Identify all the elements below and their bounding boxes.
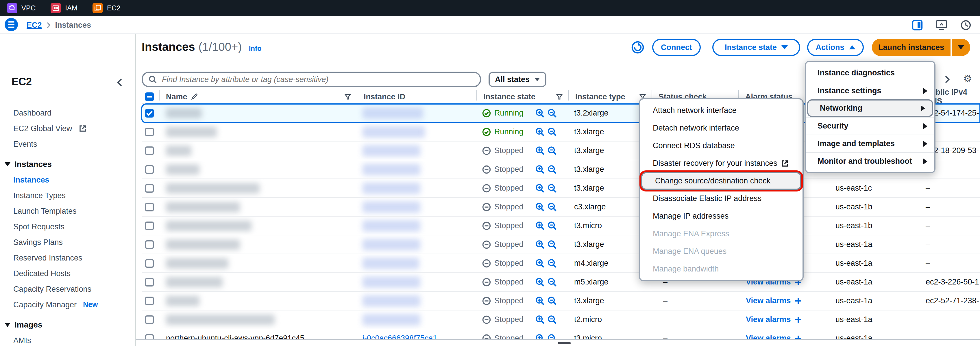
settings-gear-icon[interactable]: ⚙ (963, 73, 972, 84)
edit-name-icon[interactable] (191, 93, 198, 100)
zoom-out-icon[interactable] (547, 259, 557, 268)
redacted-instance-id-link[interactable] (363, 145, 420, 157)
sidebar-item-instances[interactable]: Instances (0, 172, 135, 188)
zoom-out-icon[interactable] (547, 315, 557, 324)
next-page-chevron-icon[interactable] (945, 75, 950, 86)
launch-instances-dropdown[interactable] (950, 39, 970, 56)
zoom-out-icon[interactable] (547, 146, 557, 156)
refresh-button[interactable] (632, 41, 644, 54)
row-checkbox-checked[interactable] (145, 109, 154, 117)
row-checkbox[interactable] (145, 259, 154, 268)
row-checkbox[interactable] (145, 315, 154, 324)
launch-instances-label[interactable]: Launch instances (872, 39, 950, 56)
submenu-item-connect-rds-database[interactable]: Connect RDS database (640, 137, 802, 154)
sidebar-item-spot-requests[interactable]: Spot Requests (0, 219, 135, 235)
sidebar-item-reserved-instances[interactable]: Reserved Instances (0, 250, 135, 266)
redacted-instance-id-link[interactable] (363, 276, 420, 288)
zoom-in-icon[interactable] (535, 146, 545, 156)
sidebar-item-savings-plans[interactable]: Savings Plans (0, 235, 135, 250)
sidebar-item-instance-types[interactable]: Instance Types (0, 188, 135, 203)
zoom-out-icon[interactable] (547, 109, 557, 118)
zoom-in-icon[interactable] (535, 184, 545, 193)
zoom-in-icon[interactable] (535, 259, 545, 268)
state-filter-select[interactable]: All states (488, 71, 546, 87)
actions-menu-item-instance-diagnostics[interactable]: Instance diagnostics (806, 64, 934, 82)
actions-menu-item-image-and-templates[interactable]: Image and templates (806, 135, 934, 152)
sidebar-item-events[interactable]: Events (0, 136, 135, 152)
info-link[interactable]: Info (249, 44, 262, 52)
zoom-out-icon[interactable] (547, 221, 557, 230)
sidebar-item-launch-templates[interactable]: Launch Templates (0, 203, 135, 219)
zoom-out-icon[interactable] (547, 184, 557, 193)
zoom-out-icon[interactable] (547, 127, 557, 136)
row-checkbox[interactable] (145, 203, 154, 211)
zoom-out-icon[interactable] (547, 202, 557, 212)
column-header-instance-id[interactable]: Instance ID (357, 88, 476, 106)
sidebar-section-images[interactable]: Images (0, 317, 135, 333)
service-shortcut-ec2[interactable]: EC2 (92, 3, 121, 13)
sidebar-item-capacity-reservations[interactable]: Capacity Reservations (0, 281, 135, 297)
sidebar-item-ec2-global-view[interactable]: EC2 Global View (0, 121, 135, 136)
zoom-in-icon[interactable] (535, 127, 545, 136)
history-clock-icon[interactable] (960, 19, 972, 31)
redacted-instance-id-link[interactable] (363, 295, 420, 307)
actions-menu-item-instance-settings[interactable]: Instance settings (806, 82, 934, 99)
new-badge[interactable]: New (83, 300, 98, 309)
row-checkbox[interactable] (145, 278, 154, 287)
sidebar-collapse-icon[interactable] (117, 78, 123, 89)
zoom-out-icon[interactable] (547, 165, 557, 174)
redacted-instance-id-link[interactable] (363, 164, 420, 175)
redacted-instance-id-link[interactable] (363, 183, 420, 194)
row-checkbox[interactable] (145, 146, 154, 155)
row-checkbox[interactable] (145, 222, 154, 230)
instance-state-button[interactable]: Instance state (712, 39, 800, 56)
view-alarms-link[interactable]: View alarms (746, 315, 801, 324)
zoom-out-icon[interactable] (547, 296, 557, 306)
zoom-in-icon[interactable] (535, 109, 545, 118)
redacted-instance-id-link[interactable] (363, 314, 420, 325)
sidebar-item-amis[interactable]: AMIs (0, 333, 135, 346)
row-checkbox[interactable] (145, 128, 154, 136)
connect-button[interactable]: Connect (652, 39, 701, 56)
row-checkbox[interactable] (145, 184, 154, 193)
side-panel-icon[interactable] (911, 19, 923, 31)
row-checkbox[interactable] (145, 165, 154, 174)
redacted-instance-id-link[interactable] (363, 201, 420, 213)
submenu-item-detach-network-interface[interactable]: Detach network interface (640, 119, 802, 137)
zoom-in-icon[interactable] (535, 278, 545, 287)
menu-hamburger-icon[interactable] (5, 18, 18, 31)
submenu-item-disaster-recovery-for-your-instances[interactable]: Disaster recovery for your instances (640, 154, 802, 172)
search-input[interactable] (161, 75, 474, 85)
view-alarms-link[interactable]: View alarms (746, 296, 801, 305)
zoom-out-icon[interactable] (547, 240, 557, 249)
actions-button[interactable]: Actions (807, 39, 864, 56)
zoom-in-icon[interactable] (535, 296, 545, 306)
sidebar-item-dedicated-hosts[interactable]: Dedicated Hosts (0, 266, 135, 281)
zoom-in-icon[interactable] (535, 240, 545, 249)
redacted-instance-id-link[interactable] (363, 108, 423, 119)
launch-instances-button[interactable]: Launch instances (872, 39, 970, 56)
add-alarm-plus-icon[interactable] (795, 317, 801, 323)
sidebar-section-instances[interactable]: Instances (0, 157, 135, 172)
redacted-instance-id-link[interactable] (363, 220, 420, 232)
scrollbar-thumb[interactable] (558, 342, 571, 344)
submenu-item-disassociate-elastic-ip-address[interactable]: Disassociate Elastic IP address (640, 190, 802, 207)
redacted-instance-id-link[interactable] (363, 239, 420, 251)
submenu-item-attach-network-interface[interactable]: Attach network interface (640, 102, 802, 119)
service-shortcut-iam[interactable]: IAM (51, 3, 78, 13)
actions-menu-item-security[interactable]: Security (806, 117, 934, 135)
redacted-instance-id-link[interactable] (363, 126, 425, 138)
filter-icon[interactable] (556, 94, 563, 100)
add-alarm-plus-icon[interactable] (795, 298, 801, 304)
sidebar-item-dashboard[interactable]: Dashboard (0, 105, 135, 121)
actions-menu-item-networking[interactable]: Networking (807, 99, 933, 117)
filter-icon[interactable] (345, 94, 351, 100)
zoom-in-icon[interactable] (535, 202, 545, 212)
select-all-checkbox[interactable] (145, 92, 154, 101)
redacted-instance-id-link[interactable] (363, 258, 419, 269)
service-shortcut-vpc[interactable]: VPC (7, 3, 35, 13)
zoom-in-icon[interactable] (535, 165, 545, 174)
zoom-out-icon[interactable] (547, 278, 557, 287)
breadcrumb-ec2-link[interactable]: EC2 (27, 21, 42, 30)
column-header-name[interactable]: Name (159, 88, 357, 106)
